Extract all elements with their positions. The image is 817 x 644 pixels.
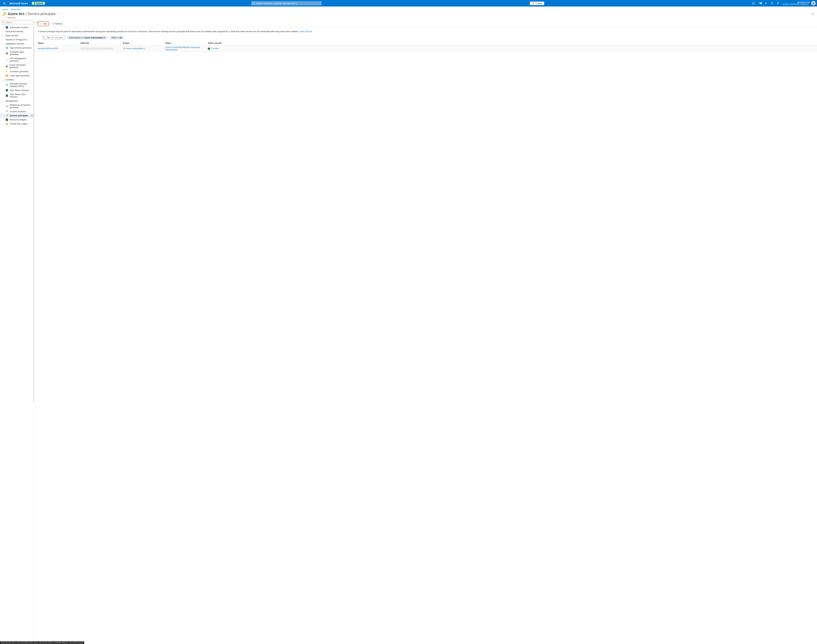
sidebar-item-label: SQL Server licenses xyxy=(10,89,29,92)
sidebar-item[interactable]: 🔑Service principals☆ xyxy=(0,113,34,118)
sidebar-item-label: API management (preview) xyxy=(10,57,33,62)
table-row[interactable]: terraformSPN-azARC xxxx-xxxx-xxxx-xxxx-x… xyxy=(34,45,817,52)
chevron-icon: ⌄ xyxy=(2,100,4,102)
filter-subscription[interactable]: Subscription == Azure subscription 1 xyxy=(67,36,108,39)
notification-badge: 1 xyxy=(760,2,762,4)
brand-label[interactable]: Microsoft Azure xyxy=(7,2,30,5)
sidebar-item[interactable]: ☁️API management (preview) xyxy=(0,56,34,63)
close-icon[interactable]: ✕ xyxy=(811,11,815,16)
settings-icon[interactable] xyxy=(763,2,769,5)
favorite-icon[interactable]: ☆ xyxy=(31,114,33,117)
svg-text:?: ? xyxy=(772,2,773,4)
sidebar-item[interactable]: ⚡Functions (preview) xyxy=(0,69,34,74)
key-icon: 🔑 xyxy=(2,12,6,16)
row-name[interactable]: terraformSPN-azARC xyxy=(38,47,80,50)
sidebar-item-icon: 📍 xyxy=(6,110,8,113)
sidebar-item-icon: 🌉 xyxy=(6,118,8,121)
row-roles[interactable]: Azure Connected Machine Resource Adminis… xyxy=(166,46,208,51)
sidebar-item-label: Event Grid topics (preview) xyxy=(10,64,33,69)
sidebar-item[interactable]: 🔗Multicloud connectors (preview) xyxy=(0,103,34,109)
description-text: A service principal may be used for auto… xyxy=(38,30,299,33)
crumb-arc[interactable]: Azure Arc xyxy=(11,8,20,11)
sidebar-item[interactable]: 🔀Logic apps (preview) xyxy=(0,74,34,78)
sidebar-item[interactable]: 📦Container apps (preview) xyxy=(0,50,34,56)
row-scope: 🔑 Azure subscription 1 xyxy=(123,47,166,50)
sidebar-item-icon: ☁️ xyxy=(6,58,8,61)
global-search-input[interactable] xyxy=(251,1,322,5)
sidebar-item-icon: 🛡️ xyxy=(6,84,8,86)
col-scope[interactable]: Scope↑↓ xyxy=(123,42,166,44)
account-directory: DEFAULT DIRECTORY (WEIDEVO... xyxy=(783,3,810,5)
chevron-icon: › xyxy=(2,34,4,37)
toolbar: ＋ Add ↻ Refresh xyxy=(34,20,817,28)
sidebar-item[interactable]: 🔒Private link scopes xyxy=(0,122,34,126)
sidebar-item[interactable]: 📍Custom locations xyxy=(0,109,34,113)
sidebar-item-label: Container apps (preview) xyxy=(10,51,33,55)
filter-role-label: Role == xyxy=(112,37,120,39)
more-icon[interactable]: ⋯ xyxy=(58,12,60,15)
col-roles[interactable]: Roles↑↓ xyxy=(166,42,208,44)
sidebar-item-label: Management xyxy=(6,100,18,102)
sidebar-item[interactable]: ›Data services xyxy=(0,34,34,38)
crumb-sep: › xyxy=(9,8,11,11)
cloud-shell-icon[interactable] xyxy=(751,2,756,5)
help-icon[interactable]: ? xyxy=(769,2,775,5)
sidebar-item-label: Logic apps (preview) xyxy=(10,74,29,77)
sidebar-item[interactable]: 🌐App services (preview) xyxy=(0,46,34,50)
sidebar-item-label: Custom locations xyxy=(10,110,26,113)
sidebar-item[interactable]: ▦Event Grid topics (preview) xyxy=(0,63,34,69)
filter-sub-value: Azure subscription 1 xyxy=(84,37,106,39)
sidebar-item-icon: ⚡ xyxy=(6,70,8,73)
chevron-icon: › xyxy=(2,38,4,41)
row-scope-link[interactable]: Azure subscription 1 xyxy=(126,47,145,50)
sidebar-item-icon: 🔒 xyxy=(6,123,8,125)
sidebar-item[interactable]: 🌉Resource bridges xyxy=(0,118,34,122)
col-secrets[interactable]: Client secrets xyxy=(208,42,813,44)
feedback-icon[interactable] xyxy=(775,2,781,5)
copilot-button[interactable]: ✴️ Copilot xyxy=(530,2,544,5)
sidebar-item-icon: 🔑 xyxy=(6,114,8,117)
refresh-button[interactable]: ↻ Refresh xyxy=(51,22,64,26)
account-info[interactable]: @outlook.com DEFAULT DIRECTORY (WEIDEVO.… xyxy=(782,1,811,5)
crumb-home[interactable]: Home xyxy=(2,8,8,11)
sidebar-item[interactable]: ⌄Management xyxy=(0,99,34,103)
sidebar-item-label: Host environments xyxy=(6,30,23,33)
sidebar-item[interactable]: ⌄Application services xyxy=(0,41,34,46)
svg-point-3 xyxy=(765,3,766,4)
sidebar-item[interactable]: 🗄️SQL Server licenses xyxy=(0,88,34,92)
filter-input[interactable] xyxy=(42,36,65,40)
sidebar-item-icon: 🟦 xyxy=(6,26,8,29)
sidebar-item[interactable]: ›Host environments xyxy=(0,29,34,34)
upgrade-icon: ⬆ xyxy=(34,2,35,5)
sidebar-item[interactable]: 🟦Kubernetes clusters xyxy=(0,25,34,29)
sidebar-search-input[interactable] xyxy=(2,21,34,25)
row-secrets-link[interactable]: Current xyxy=(212,47,218,50)
sidebar-item[interactable]: ›Internet of Things (IoT) xyxy=(0,38,34,41)
title-bar: 🔑 Azure Arc | Service principals ⋯ ✕ xyxy=(0,11,817,17)
sidebar-list: 🟦Kubernetes clusters›Host environments›D… xyxy=(0,25,34,644)
sidebar-item[interactable]: 🗄️SQL Server ESU licenses xyxy=(0,92,34,99)
learn-more-link[interactable]: Learn more ⧉ xyxy=(299,30,312,33)
sidebar-item-icon: 🔀 xyxy=(6,74,8,77)
svg-rect-2 xyxy=(752,2,754,4)
sidebar-item-label: Multicloud connectors (preview) xyxy=(10,104,33,109)
sidebar-scrollbar[interactable] xyxy=(33,26,34,402)
notifications-icon[interactable]: 1 xyxy=(757,2,763,5)
top-bar: Microsoft Azure ⬆ Upgrade ✴️ Copilot 1 ? xyxy=(0,0,817,6)
check-icon: ✓ xyxy=(208,48,210,50)
add-label: Add xyxy=(43,23,47,25)
sidebar-item[interactable]: 🛡️Extended Security Updates (ESU) xyxy=(0,82,34,88)
col-client[interactable]: Client ID↑↓ xyxy=(80,42,123,44)
sidebar-item[interactable]: ⌄Licenses xyxy=(0,78,34,82)
avatar[interactable] xyxy=(811,1,816,6)
sidebar-item-label: Application services xyxy=(6,43,25,45)
copilot-label: Copilot xyxy=(535,2,542,5)
col-name[interactable]: Name↑↓ xyxy=(38,42,80,44)
sidebar-item-icon: ▦ xyxy=(6,65,8,67)
title-org: Microsoft xyxy=(0,17,817,19)
add-button[interactable]: ＋ Add xyxy=(38,21,49,26)
upgrade-button[interactable]: ⬆ Upgrade xyxy=(32,2,45,5)
hamburger-icon[interactable] xyxy=(1,2,7,5)
filter-role[interactable]: Role == all xyxy=(109,36,124,39)
chevron-icon: ⌄ xyxy=(2,43,4,45)
